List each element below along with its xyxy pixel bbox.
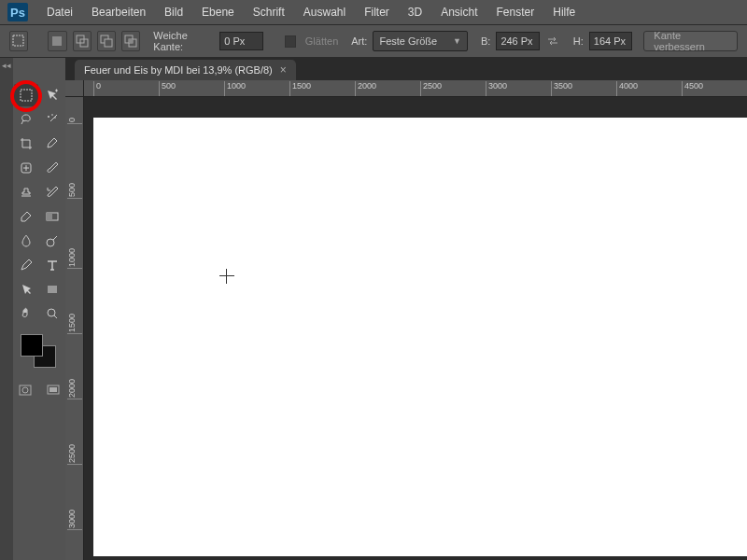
menu-ansicht[interactable]: Ansicht	[431, 2, 486, 22]
ruler-horizontal[interactable]: 050010001500200025003000350040004500	[84, 80, 747, 97]
mode-subtract-icon[interactable]	[97, 31, 116, 51]
tool-gradient[interactable]	[40, 205, 64, 228]
tool-eyedropper[interactable]	[40, 133, 64, 155]
svg-rect-12	[47, 213, 52, 220]
menu-bearbeiten[interactable]: Bearbeiten	[82, 2, 155, 22]
menu-auswahl[interactable]: Auswahl	[294, 2, 355, 22]
ruler-tick: 3500	[551, 81, 572, 96]
document-tab[interactable]: Feuer und Eis by MDI bei 13,9% (RGB/8) ×	[75, 60, 296, 80]
app-logo[interactable]: Ps	[7, 3, 28, 21]
ruler-tick: 3000	[67, 510, 82, 530]
menu-bild[interactable]: Bild	[155, 2, 192, 22]
ruler-tick: 2000	[67, 379, 82, 399]
mode-intersect-icon[interactable]	[121, 31, 140, 51]
options-bar: Weiche Kante: 0 Px Glätten Art: Feste Gr…	[0, 24, 747, 58]
height-label: H:	[573, 35, 584, 47]
tool-hand[interactable]	[14, 302, 38, 325]
tool-type[interactable]	[40, 254, 64, 276]
tool-crop[interactable]	[14, 133, 38, 155]
menubar: Ps DateiBearbeitenBildEbeneSchriftAuswah…	[0, 0, 747, 24]
ruler-tick: 2000	[355, 81, 376, 96]
tool-magic-wand[interactable]	[40, 108, 64, 131]
color-swatches[interactable]	[19, 332, 60, 371]
width-label: B:	[481, 35, 490, 47]
ruler-tick: 4000	[616, 81, 638, 96]
tool-marquee[interactable]	[14, 84, 38, 106]
svg-rect-5	[105, 39, 112, 47]
tool-lasso[interactable]	[14, 108, 38, 131]
soft-edge-input[interactable]: 0 Px	[219, 32, 262, 50]
menu-filter[interactable]: Filter	[355, 2, 399, 22]
smooth-checkbox[interactable]	[285, 35, 296, 48]
swap-dims-icon[interactable]	[545, 33, 560, 49]
ruler-tick: 1000	[67, 248, 82, 269]
tool-history-brush[interactable]	[40, 181, 64, 203]
menu-3d[interactable]: 3D	[399, 2, 431, 22]
mode-add-icon[interactable]	[73, 31, 92, 51]
ruler-corner[interactable]	[65, 80, 84, 97]
smooth-label: Glätten	[305, 35, 338, 47]
ruler-tick: 2500	[67, 444, 82, 465]
ruler-tick: 1500	[289, 81, 311, 96]
collapse-strip[interactable]: ◂◂	[0, 58, 13, 560]
tool-blur[interactable]	[14, 230, 38, 252]
ruler-tick: 1000	[224, 81, 246, 96]
cursor-crosshair	[219, 269, 234, 284]
ruler-tick: 0	[67, 118, 82, 124]
refine-edge-button[interactable]: Kante verbessern	[643, 31, 738, 51]
menu-ebene[interactable]: Ebene	[192, 2, 244, 22]
soft-edge-label: Weiche Kante:	[153, 30, 214, 52]
quickmask-icon[interactable]	[13, 379, 37, 401]
menu-hilfe[interactable]: Hilfe	[543, 2, 585, 22]
height-input[interactable]: 164 Px	[589, 32, 632, 50]
tab-strip: Feuer und Eis by MDI bei 13,9% (RGB/8) ×	[65, 58, 747, 80]
svg-rect-8	[129, 39, 133, 43]
svg-rect-14	[48, 286, 57, 293]
ruler-tick: 4500	[682, 81, 703, 96]
mode-label: Art:	[351, 35, 367, 47]
svg-rect-19	[49, 387, 57, 392]
tool-brush[interactable]	[40, 157, 64, 179]
tool-healing[interactable]	[14, 157, 38, 179]
ruler-tick: 2500	[420, 81, 442, 96]
svg-point-13	[47, 239, 54, 246]
tool-move[interactable]	[40, 84, 64, 106]
tool-pen[interactable]	[14, 254, 38, 276]
tool-eraser[interactable]	[14, 205, 38, 228]
tab-title: Feuer und Eis by MDI bei 13,9% (RGB/8)	[84, 64, 273, 76]
tool-path-select[interactable]	[14, 278, 38, 301]
tool-zoom[interactable]	[40, 302, 64, 325]
svg-point-15	[48, 309, 55, 316]
tool-dodge[interactable]	[40, 230, 64, 252]
svg-rect-1	[52, 36, 62, 46]
document-area: Feuer und Eis by MDI bei 13,9% (RGB/8) ×…	[65, 58, 747, 560]
close-icon[interactable]: ×	[280, 63, 287, 77]
ruler-tick: 1500	[67, 314, 82, 334]
svg-rect-0	[13, 35, 23, 46]
menu-datei[interactable]: Datei	[37, 2, 82, 22]
ruler-tick: 0	[93, 81, 101, 96]
menu-fenster[interactable]: Fenster	[487, 2, 544, 22]
screenmode-icon[interactable]	[41, 379, 65, 401]
toolbox	[13, 58, 65, 560]
mode-new-icon[interactable]	[48, 31, 66, 51]
svg-rect-9	[21, 90, 32, 101]
ruler-tick: 3000	[486, 81, 507, 96]
menu-schrift[interactable]: Schrift	[244, 2, 294, 22]
canvas-container: 050010001500200025003000350040004500 050…	[65, 80, 747, 560]
tool-rectangle[interactable]	[40, 278, 64, 301]
ruler-tick: 500	[67, 183, 82, 199]
tool-stamp[interactable]	[14, 181, 38, 203]
svg-point-17	[22, 387, 28, 393]
ruler-tick: 500	[159, 81, 176, 96]
tool-preset-icon[interactable]	[9, 31, 28, 51]
ruler-vertical[interactable]: 050010001500200025003000	[65, 97, 84, 560]
workspace: ◂◂ Feuer und Eis by MDI bei 13,9% (RGB/8…	[0, 58, 747, 560]
mode-select[interactable]: Feste Größe▼	[373, 31, 468, 51]
foreground-swatch[interactable]	[21, 334, 43, 357]
canvas[interactable]	[93, 118, 747, 556]
width-input[interactable]: 246 Px	[496, 32, 539, 50]
